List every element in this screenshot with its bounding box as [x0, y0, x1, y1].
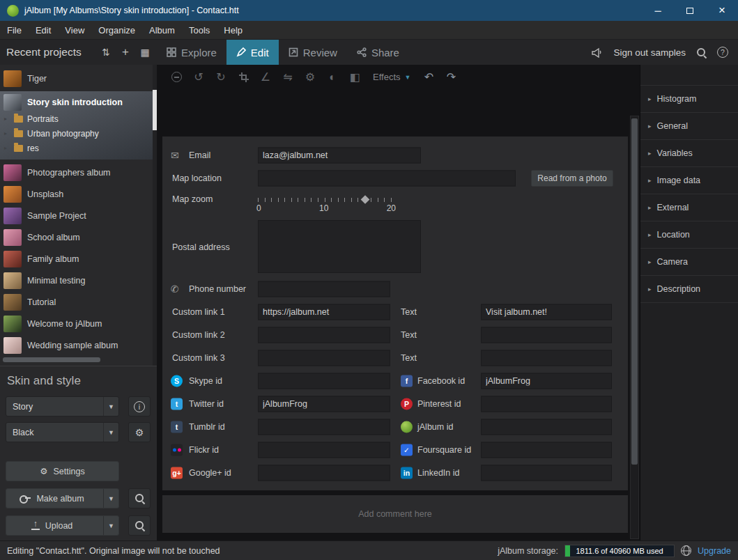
add-project-button[interactable]: +: [119, 46, 132, 59]
read-from-photo-button[interactable]: Read from a photo: [531, 170, 613, 187]
skin-select[interactable]: Story ▼: [6, 396, 119, 417]
section-location[interactable]: ▸ Location: [640, 221, 738, 248]
make-album-dropdown[interactable]: ▼: [103, 489, 118, 508]
close-button[interactable]: ×: [706, 0, 738, 21]
project-thumbnail: [3, 316, 22, 332]
map-zoom-slider[interactable]: 0 10 20: [258, 193, 392, 215]
foursquare-id-field[interactable]: [481, 442, 612, 458]
menu-help[interactable]: Help: [217, 21, 249, 39]
adjustments-button[interactable]: ⚙: [299, 70, 321, 84]
tab-explore[interactable]: Explore: [157, 40, 226, 65]
skin-info-button[interactable]: i: [128, 396, 151, 417]
album-search-button[interactable]: [128, 488, 151, 508]
custom-link-1-url-field[interactable]: [258, 304, 390, 320]
map-location-field[interactable]: [258, 170, 516, 186]
project-item-story-skin-introduction[interactable]: Story skin introduction ▸ Portraits ▸ Ur…: [0, 91, 157, 160]
style-settings-button[interactable]: ⚙: [128, 422, 151, 442]
email-field[interactable]: [258, 147, 421, 163]
announcements-icon[interactable]: [591, 47, 603, 58]
menu-organize[interactable]: Organize: [91, 21, 142, 39]
tumblr-id-field[interactable]: [258, 419, 390, 435]
zoom-out-button[interactable]: [165, 72, 187, 82]
contrast-button[interactable]: ◐: [321, 71, 344, 84]
rotate-left-button[interactable]: ↺: [187, 70, 210, 84]
project-item[interactable]: Unsplash: [0, 183, 157, 205]
custom-link-1-text-field[interactable]: [481, 304, 612, 320]
redo-button[interactable]: ↷: [440, 70, 462, 84]
jalbum-id-field[interactable]: [481, 419, 612, 435]
tab-review[interactable]: Review: [279, 40, 347, 65]
phone-number-field[interactable]: [258, 281, 390, 297]
project-item[interactable]: Sample Project: [0, 205, 157, 226]
tree-item-urban-photography[interactable]: ▸ Urban photography: [0, 126, 157, 141]
section-external[interactable]: ▸ External: [640, 194, 738, 221]
style-select[interactable]: Black ▼: [6, 422, 119, 442]
custom-link-3-text-field[interactable]: [481, 350, 612, 366]
section-histogram[interactable]: ▸ Histogram: [640, 85, 738, 112]
levels-button[interactable]: ◧: [344, 70, 366, 84]
rotate-right-button[interactable]: ↻: [210, 70, 232, 84]
tab-edit[interactable]: Edit: [226, 40, 279, 65]
pinterest-id-field[interactable]: [481, 396, 612, 412]
project-item[interactable]: Wedding sample album: [0, 334, 157, 356]
menu-view[interactable]: View: [58, 21, 91, 39]
custom-link-2-text-field[interactable]: [481, 327, 612, 343]
crop-button[interactable]: [232, 72, 254, 81]
undo-button[interactable]: ↶: [417, 70, 440, 84]
expander-icon[interactable]: ▸: [4, 145, 10, 151]
postal-address-field[interactable]: [258, 220, 421, 273]
project-item[interactable]: Minimal testing: [0, 270, 157, 291]
upload-button[interactable]: ↑ Upload ▼: [6, 515, 119, 536]
section-description[interactable]: ▸ Description: [640, 275, 738, 302]
section-image-data[interactable]: ▸ Image data: [640, 166, 738, 194]
twitter-id-field[interactable]: [258, 396, 390, 412]
project-item[interactable]: School album: [0, 226, 157, 248]
menu-tools[interactable]: Tools: [182, 21, 217, 39]
editor-scrollbar-thumb[interactable]: [631, 118, 638, 465]
section-general[interactable]: ▸ General: [640, 112, 738, 139]
expander-icon[interactable]: ▸: [4, 130, 10, 137]
project-item-tiger[interactable]: Tiger: [0, 68, 157, 89]
sign-out-link[interactable]: Sign out samples: [613, 47, 686, 58]
tree-item-portraits[interactable]: ▸ Portraits: [0, 111, 157, 126]
globe-icon[interactable]: [681, 545, 691, 556]
project-item[interactable]: Tutorial: [0, 291, 157, 313]
comment-input[interactable]: Add comment here: [162, 495, 628, 533]
minimize-button[interactable]: ─: [642, 0, 674, 21]
menu-edit[interactable]: Edit: [29, 21, 58, 39]
envelope-icon: ✉: [171, 150, 179, 161]
menu-album[interactable]: Album: [142, 21, 182, 39]
help-icon[interactable]: ?: [717, 47, 728, 58]
project-item[interactable]: Family album: [0, 248, 157, 270]
settings-button[interactable]: ⚙ Settings: [6, 461, 119, 481]
map-zoom-handle[interactable]: [360, 195, 369, 204]
upgrade-link[interactable]: Upgrade: [698, 546, 731, 556]
section-variables[interactable]: ▸ Variables: [640, 139, 738, 166]
facebook-id-field[interactable]: [481, 373, 612, 389]
make-album-button[interactable]: Make album ▼: [6, 488, 119, 508]
project-item[interactable]: Welcome to jAlbum: [0, 313, 157, 334]
projects-hscrollbar-thumb[interactable]: [3, 357, 100, 362]
flip-button[interactable]: ⇋: [277, 70, 299, 84]
linkedin-id-field[interactable]: [481, 465, 612, 481]
tree-item-res[interactable]: ▸ res: [0, 141, 157, 155]
section-camera[interactable]: ▸ Camera: [640, 248, 738, 275]
skype-id-field[interactable]: [258, 373, 390, 389]
tab-share[interactable]: Share: [347, 40, 409, 65]
straighten-button[interactable]: ∠: [254, 70, 277, 84]
grid-view-button[interactable]: ▦: [139, 46, 151, 59]
upload-dropdown[interactable]: ▼: [103, 516, 118, 535]
expander-icon[interactable]: ▸: [4, 116, 10, 122]
custom-link-2-url-field[interactable]: [258, 327, 390, 343]
maximize-button[interactable]: [674, 0, 706, 21]
preview-album-button[interactable]: [128, 515, 151, 536]
googleplus-id-field[interactable]: [258, 465, 390, 481]
search-icon[interactable]: [696, 47, 707, 58]
flickr-id-field[interactable]: [258, 442, 390, 458]
effects-button[interactable]: Effects ▼: [366, 72, 417, 82]
menu-file[interactable]: File: [0, 21, 29, 39]
custom-link-3-url-field[interactable]: [258, 350, 390, 366]
sort-projects-button[interactable]: ⇅: [100, 46, 112, 59]
editor-scrollbar[interactable]: [630, 116, 639, 539]
project-item[interactable]: Photographers album: [0, 162, 157, 183]
